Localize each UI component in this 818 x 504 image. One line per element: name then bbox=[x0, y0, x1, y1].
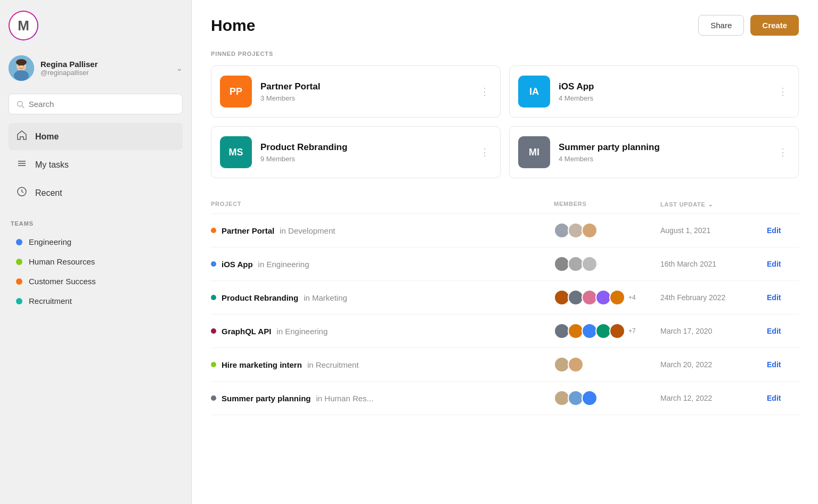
pinned-label: PINNED PROJECTS bbox=[211, 51, 799, 57]
pinned-name-summer-party: Summer party planning bbox=[559, 142, 767, 153]
teams-label: TEAMS bbox=[9, 220, 183, 227]
teams-section: TEAMS Engineering Human Resources Custom… bbox=[9, 220, 183, 311]
home-icon bbox=[16, 129, 28, 144]
logo-letter: M bbox=[18, 18, 29, 34]
customer-success-dot bbox=[16, 278, 22, 285]
members-cell-product-rebranding: +4 bbox=[554, 290, 660, 305]
edit-button-partner-portal[interactable]: Edit bbox=[767, 226, 799, 235]
project-name: Hire marketing intern bbox=[222, 360, 302, 369]
table-row: Partner Portal in Development August 1, … bbox=[211, 214, 799, 247]
nav-item-recent[interactable]: Recent bbox=[9, 179, 183, 206]
nav-label-recent: Recent bbox=[35, 188, 62, 198]
pinned-info-product-rebranding: Product Rebranding 9 Members bbox=[260, 142, 469, 163]
table-row: Summer party planning in Human Res... Ma… bbox=[211, 382, 799, 415]
sidebar-item-recruitment[interactable]: Recruitment bbox=[9, 291, 183, 311]
nav-item-home[interactable]: Home bbox=[9, 123, 183, 150]
svg-point-2 bbox=[14, 70, 29, 81]
pinned-info-ios-app: iOS App 4 Members bbox=[559, 81, 767, 102]
project-dot bbox=[211, 228, 216, 233]
projects-table: PROJECT MEMBERS LAST UPDATE ⌄ Partner Po… bbox=[211, 195, 799, 415]
date-cell-ios-app: 16th March 2021 bbox=[660, 260, 767, 268]
top-bar: Home Share Create bbox=[211, 15, 799, 36]
project-cell-hire-marketing: Hire marketing intern in Recruitment bbox=[211, 360, 554, 369]
sidebar-item-human-resources[interactable]: Human Resources bbox=[9, 252, 183, 271]
col-project: PROJECT bbox=[211, 201, 554, 208]
edit-button-summer-party[interactable]: Edit bbox=[767, 394, 799, 402]
pinned-icon-ios-app: IA bbox=[518, 76, 550, 108]
pinned-members-product-rebranding: 9 Members bbox=[260, 155, 469, 163]
sidebar: M Regina Palliser @reginapalliser ⌄ bbox=[0, 0, 192, 504]
project-dot bbox=[211, 395, 216, 401]
app-logo: M bbox=[9, 11, 38, 40]
pinned-card-ios-app[interactable]: IA iOS App 4 Members ⋮ bbox=[509, 65, 799, 118]
member-avatar bbox=[609, 290, 625, 305]
nav-item-my-tasks[interactable]: My tasks bbox=[9, 151, 183, 178]
svg-line-13 bbox=[22, 192, 23, 193]
pinned-name-product-rebranding: Product Rebranding bbox=[260, 142, 469, 153]
team-label-recruitment: Recruitment bbox=[29, 296, 72, 305]
search-icon bbox=[17, 100, 24, 109]
user-info: Regina Palliser @reginapalliser bbox=[40, 60, 170, 77]
nav-label-home: Home bbox=[35, 132, 59, 142]
pinned-card-summer-party[interactable]: MI Summer party planning 4 Members ⋮ bbox=[509, 126, 799, 178]
project-dot bbox=[211, 362, 216, 367]
col-members: MEMBERS bbox=[554, 201, 660, 208]
project-name: iOS App bbox=[222, 260, 253, 269]
member-avatar bbox=[609, 323, 625, 339]
members-cell-partner-portal bbox=[554, 222, 660, 238]
project-cell-partner-portal: Partner Portal in Development bbox=[211, 226, 554, 235]
pinned-menu-summer-party[interactable]: ⋮ bbox=[776, 144, 790, 160]
project-team: in Development bbox=[280, 226, 335, 235]
sidebar-item-customer-success[interactable]: Customer Success bbox=[9, 271, 183, 291]
search-input[interactable] bbox=[29, 100, 175, 109]
member-avatar bbox=[582, 390, 598, 406]
pinned-menu-ios-app[interactable]: ⋮ bbox=[776, 84, 790, 100]
team-label-human-resources: Human Resources bbox=[29, 257, 95, 266]
svg-point-5 bbox=[16, 59, 27, 65]
pinned-icon-summer-party: MI bbox=[518, 136, 550, 168]
user-area[interactable]: Regina Palliser @reginapalliser ⌄ bbox=[9, 53, 183, 83]
edit-button-ios-app[interactable]: Edit bbox=[767, 260, 799, 268]
pinned-icon-product-rebranding: MS bbox=[220, 136, 252, 168]
edit-button-product-rebranding[interactable]: Edit bbox=[767, 293, 799, 302]
project-name: Partner Portal bbox=[222, 226, 274, 235]
project-name: GraphQL API bbox=[222, 327, 271, 336]
col-last-update[interactable]: LAST UPDATE ⌄ bbox=[660, 201, 767, 208]
members-cell-ios-app bbox=[554, 256, 660, 272]
table-row: iOS App in Engineering 16th March 2021 E… bbox=[211, 247, 799, 281]
project-name: Summer party planning bbox=[222, 394, 311, 403]
sort-chevron-icon[interactable]: ⌄ bbox=[708, 201, 714, 208]
user-expand-icon[interactable]: ⌄ bbox=[176, 64, 183, 72]
top-actions: Share Create bbox=[698, 15, 799, 36]
pinned-members-summer-party: 4 Members bbox=[559, 155, 767, 163]
pinned-card-product-rebranding[interactable]: MS Product Rebranding 9 Members ⋮ bbox=[211, 126, 501, 178]
edit-button-hire-marketing[interactable]: Edit bbox=[767, 360, 799, 369]
project-team: in Recruitment bbox=[307, 360, 359, 369]
member-avatar bbox=[582, 256, 598, 272]
main-content: Home Share Create PINNED PROJECTS PP Par… bbox=[192, 0, 818, 504]
human-resources-dot bbox=[16, 259, 22, 265]
share-button[interactable]: Share bbox=[698, 15, 744, 36]
pinned-info-partner-portal: Partner Portal 3 Members bbox=[260, 81, 469, 102]
pinned-menu-partner-portal[interactable]: ⋮ bbox=[478, 84, 492, 100]
project-cell-summer-party: Summer party planning in Human Res... bbox=[211, 394, 554, 403]
sidebar-item-engineering[interactable]: Engineering bbox=[9, 232, 183, 252]
member-avatar bbox=[568, 357, 584, 373]
pinned-card-partner-portal[interactable]: PP Partner Portal 3 Members ⋮ bbox=[211, 65, 501, 118]
edit-button-graphql-api[interactable]: Edit bbox=[767, 327, 799, 335]
pinned-name-partner-portal: Partner Portal bbox=[260, 81, 469, 92]
pinned-menu-product-rebranding[interactable]: ⋮ bbox=[478, 144, 492, 160]
project-dot bbox=[211, 295, 216, 300]
main-nav: Home My tasks Recent bbox=[9, 123, 183, 208]
create-button[interactable]: Create bbox=[750, 15, 799, 36]
pinned-abbr-ios-app: IA bbox=[529, 86, 539, 97]
table-row: Product Rebranding in Marketing +4 24th … bbox=[211, 281, 799, 315]
team-label-engineering: Engineering bbox=[29, 237, 71, 246]
project-dot bbox=[211, 261, 216, 267]
col-action bbox=[767, 201, 799, 208]
project-cell-graphql-api: GraphQL API in Engineering bbox=[211, 327, 554, 336]
pinned-section: PINNED PROJECTS PP Partner Portal 3 Memb… bbox=[211, 51, 799, 178]
project-cell-ios-app: iOS App in Engineering bbox=[211, 260, 554, 269]
search-box[interactable] bbox=[9, 94, 183, 114]
project-team: in Engineering bbox=[258, 260, 309, 269]
